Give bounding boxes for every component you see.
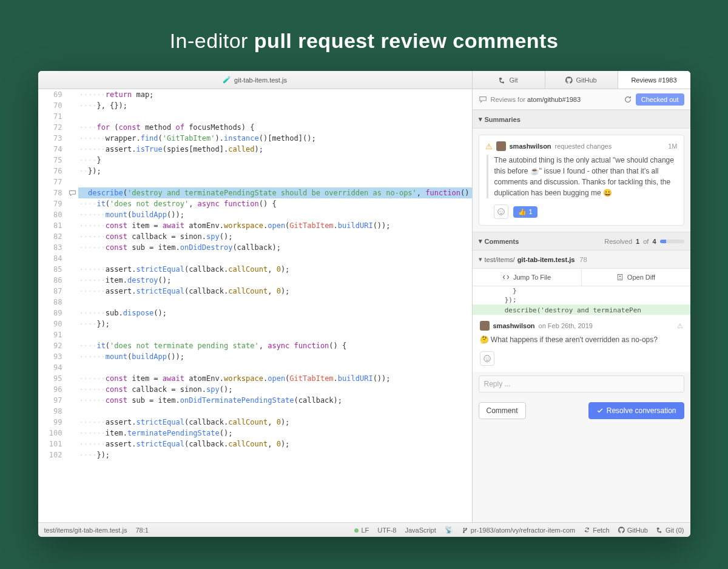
svg-point-5 (485, 357, 486, 358)
svg-point-6 (488, 357, 488, 358)
comment-marker-icon[interactable] (67, 187, 78, 198)
svg-point-2 (502, 210, 502, 211)
github-icon (618, 527, 625, 533)
editor-window: 🧪 git-tab-item.test.js 69707172737475767… (38, 71, 690, 537)
warning-icon: ⚠ (485, 142, 493, 151)
dot-icon (354, 528, 359, 533)
comment-button[interactable]: Comment (479, 402, 526, 419)
sync-icon (584, 527, 590, 533)
smiley-icon (497, 207, 505, 216)
summary-user: smashwilson (510, 143, 551, 150)
resolved-progress (660, 240, 684, 243)
review-summary-card: ⚠ smashwilson requested changes 1M The a… (479, 135, 684, 226)
diff-icon (616, 274, 624, 281)
summary-age: 1M (668, 143, 677, 150)
caret-down-icon: ▾ (479, 255, 482, 263)
status-git[interactable]: Git (0) (656, 527, 684, 534)
check-icon (596, 407, 604, 414)
status-bar: test/items/git-tab-item.test.js 78:1 LF … (38, 522, 690, 537)
editor-tab[interactable]: 🧪 git-tab-item.test.js (38, 71, 472, 89)
github-icon (565, 76, 573, 84)
review-panel: Git GitHub Reviews #1983 Reviews for ato… (472, 71, 690, 522)
status-eol[interactable]: LF (354, 527, 369, 534)
branch-icon (462, 527, 468, 533)
summaries-header[interactable]: ▾ Summaries (473, 110, 690, 129)
smiley-icon (483, 354, 491, 363)
svg-point-1 (499, 210, 500, 211)
status-encoding[interactable]: UTF-8 (377, 527, 396, 534)
tab-github[interactable]: GitHub (545, 71, 618, 89)
reply-input[interactable]: Reply ... (479, 375, 684, 392)
status-cursor-pos[interactable]: 78:1 (135, 527, 148, 534)
avatar (480, 321, 490, 331)
svg-point-4 (484, 355, 490, 362)
avatar (496, 141, 506, 151)
git-icon (499, 76, 506, 84)
diff-snippet: } }); describe('destroy and terminatePen (473, 286, 690, 315)
caret-down-icon: ▾ (479, 115, 482, 123)
comment-icon (479, 95, 487, 104)
reaction-thumbs-up[interactable]: 👍 1 (513, 206, 538, 218)
svg-point-0 (497, 209, 504, 215)
broadcast-icon[interactable]: 📡 (445, 526, 453, 534)
editor-tab-title: git-tab-item.test.js (234, 76, 287, 84)
status-fetch[interactable]: Fetch (584, 527, 610, 534)
status-path[interactable]: test/items/git-tab-item.test.js (44, 527, 127, 534)
line-number-gutter: 6970717273747576777879808182838485868788… (38, 89, 67, 522)
warning-icon: ⚠ (677, 322, 683, 330)
status-language[interactable]: JavaScript (405, 527, 436, 534)
summary-body: The autobind thing is the only actual "w… (487, 155, 678, 198)
status-github[interactable]: GitHub (618, 527, 648, 534)
code-body[interactable]: ······return map;····}, {});····for (con… (78, 89, 472, 522)
caret-down-icon: ▾ (479, 237, 482, 245)
tab-git[interactable]: Git (473, 71, 545, 89)
status-branch[interactable]: pr-1983/atom/vy/refractor-item-com (462, 527, 575, 534)
jump-to-file-button[interactable]: Jump To File (473, 269, 582, 286)
tab-reviews[interactable]: Reviews #1983 (618, 71, 690, 89)
refresh-icon[interactable] (624, 95, 632, 104)
checked-out-badge[interactable]: Checked out (636, 93, 684, 106)
review-comment: smashwilson on Feb 26th, 2019 ⚠ 🤔 What h… (473, 315, 690, 372)
comments-header[interactable]: ▾Comments Resolved 1 of 4 (473, 232, 690, 251)
add-reaction-button[interactable] (494, 204, 508, 219)
reviews-for-label: Reviews for atom/github#1983 (491, 96, 620, 103)
git-icon (656, 527, 663, 533)
summary-action: requested changes (555, 143, 612, 150)
editor-pane: 🧪 git-tab-item.test.js 69707172737475767… (38, 71, 472, 522)
resolve-conversation-button[interactable]: Resolve conversation (588, 402, 684, 419)
comment-gutter (67, 89, 78, 522)
add-reaction-button[interactable] (480, 351, 494, 366)
beaker-icon: 🧪 (223, 76, 231, 84)
code-icon (502, 274, 510, 281)
thread-file-header[interactable]: ▾ test/items/git-tab-item.test.js 78 (473, 251, 690, 269)
open-diff-button[interactable]: Open Diff (582, 269, 690, 286)
hero-title: In-editor pull request review comments (0, 0, 728, 71)
